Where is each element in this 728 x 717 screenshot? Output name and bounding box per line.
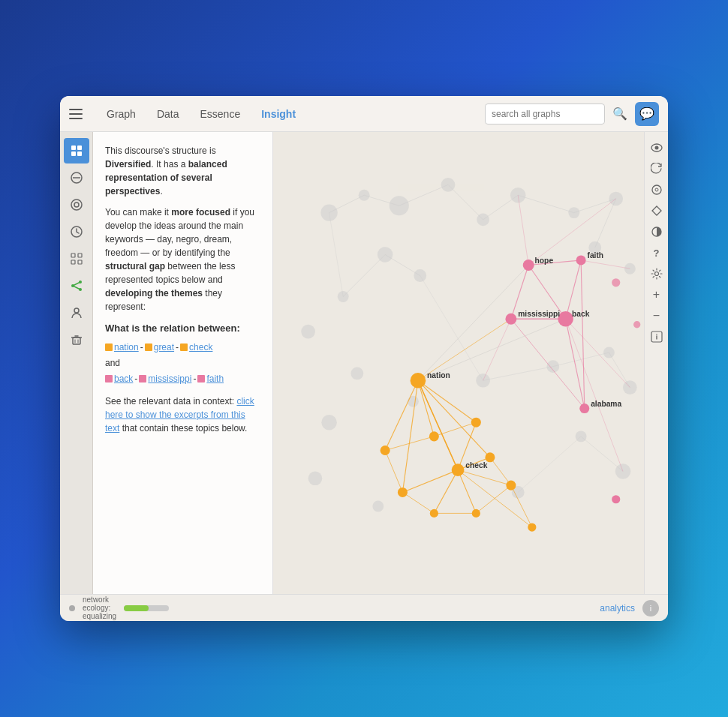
sidebar-icon-share[interactable] [64, 273, 89, 298]
graph-svg: nation check hope faith back mississippi… [273, 132, 644, 594]
svg-line-98 [476, 485, 511, 513]
chat-button[interactable]: 💬 [635, 102, 659, 126]
svg-point-112 [633, 321, 640, 328]
svg-point-107 [558, 311, 573, 327]
svg-text:back: back [572, 310, 590, 318]
info-tool[interactable] [647, 327, 666, 346]
network-label: network ecology: equalizing [83, 596, 116, 620]
back-link[interactable]: back [114, 372, 133, 386]
settings-tool[interactable] [647, 264, 666, 284]
svg-point-108 [505, 314, 516, 325]
svg-line-53 [483, 195, 519, 220]
sidebar-icon-user[interactable] [64, 300, 89, 326]
sidebar-icon-clock[interactable] [64, 219, 89, 244]
svg-point-109 [579, 404, 589, 413]
great-link[interactable]: great [154, 340, 174, 354]
sidebar-icon-view[interactable] [64, 138, 89, 164]
nation-link[interactable]: nation [114, 340, 139, 354]
analytics-link[interactable]: analytics [600, 603, 635, 614]
contrast-tool[interactable] [647, 222, 666, 242]
sidebar-icon-filter[interactable] [64, 165, 89, 190]
tab-data[interactable]: Data [148, 104, 188, 124]
svg-text:check: check [465, 461, 487, 470]
eye-tool[interactable] [647, 138, 666, 158]
hamburger-button[interactable] [69, 104, 90, 124]
svg-line-88 [402, 470, 458, 493]
main-content: This discourse's structure is Diversifie… [60, 132, 668, 594]
svg-point-114 [452, 464, 465, 476]
svg-line-54 [518, 195, 574, 212]
svg-point-123 [528, 523, 536, 531]
svg-point-18 [74, 308, 79, 313]
nav-tabs: Graph Data Essence Insight [98, 104, 485, 124]
relation-heading: What is the relation between: [105, 321, 260, 336]
relation-section: What is the relation between: nation - g… [105, 321, 260, 386]
equalizer-slider[interactable] [124, 605, 169, 611]
bottom-bar: network ecology: equalizing analytics i [60, 594, 668, 621]
svg-rect-12 [78, 260, 82, 264]
svg-point-117 [429, 431, 439, 441]
tab-essence[interactable]: Essence [191, 104, 250, 124]
svg-line-96 [402, 492, 434, 513]
svg-point-7 [74, 202, 79, 207]
svg-point-47 [372, 501, 384, 512]
info-button[interactable]: i [642, 600, 659, 616]
check-link[interactable]: check [189, 340, 212, 354]
tab-insight[interactable]: Insight [252, 104, 305, 124]
svg-point-106 [576, 255, 586, 265]
svg-line-72 [566, 319, 585, 408]
svg-point-132 [654, 146, 658, 150]
sidebar-icon-layers[interactable] [64, 192, 89, 218]
svg-point-37 [350, 368, 363, 380]
tab-graph[interactable]: Graph [98, 104, 145, 124]
svg-line-52 [448, 184, 483, 220]
svg-line-90 [458, 470, 476, 514]
refresh-tool[interactable] [647, 159, 666, 178]
search-input[interactable] [485, 104, 605, 124]
sidebar-icon-trash[interactable] [64, 327, 89, 352]
svg-line-61 [483, 367, 553, 381]
diamond-tool[interactable] [647, 201, 666, 220]
svg-point-110 [612, 495, 620, 503]
svg-line-99 [490, 458, 511, 485]
app-window: Graph Data Essence Insight 🔍 💬 [60, 96, 668, 621]
sidebar-icon-grid[interactable] [64, 246, 89, 272]
search-button[interactable]: 🔍 [609, 104, 630, 124]
svg-point-118 [471, 418, 481, 428]
zoom-out-tool[interactable]: − [647, 306, 666, 326]
help-tool[interactable]: ? [647, 243, 666, 262]
svg-line-51 [399, 184, 448, 206]
svg-point-139 [656, 334, 657, 335]
right-toolbar: ? + − [644, 132, 668, 594]
relation-line-2: back - mississippi - faith [105, 372, 260, 386]
network-dot [69, 605, 75, 611]
svg-line-102 [434, 422, 476, 436]
svg-line-56 [595, 199, 616, 248]
svg-text:nation: nation [427, 371, 450, 380]
faith-color [197, 375, 205, 382]
history-tool[interactable] [647, 180, 666, 200]
zoom-in-tool[interactable]: + [647, 285, 666, 304]
mississippi-link[interactable]: mississippi [148, 372, 191, 386]
svg-point-133 [652, 185, 661, 194]
svg-line-49 [329, 195, 365, 212]
svg-line-77 [566, 319, 623, 471]
svg-point-111 [612, 278, 620, 286]
insight-panel: This discourse's structure is Diversifie… [93, 132, 273, 594]
svg-line-58 [343, 255, 385, 297]
svg-rect-2 [71, 152, 76, 156]
svg-point-105 [523, 260, 534, 271]
svg-line-17 [73, 286, 80, 290]
svg-line-65 [518, 436, 581, 493]
svg-point-40 [476, 374, 490, 388]
faith-link[interactable]: faith [206, 372, 224, 386]
graph-area[interactable]: nation check hope faith back mississippi… [273, 132, 644, 594]
svg-point-38 [321, 415, 337, 430]
svg-line-87 [418, 380, 458, 470]
svg-point-36 [301, 325, 315, 339]
svg-point-113 [411, 373, 426, 388]
check-color [180, 344, 188, 351]
svg-rect-3 [77, 152, 82, 156]
relation-line-1: nation - great - check [105, 340, 260, 354]
svg-line-76 [566, 319, 630, 387]
